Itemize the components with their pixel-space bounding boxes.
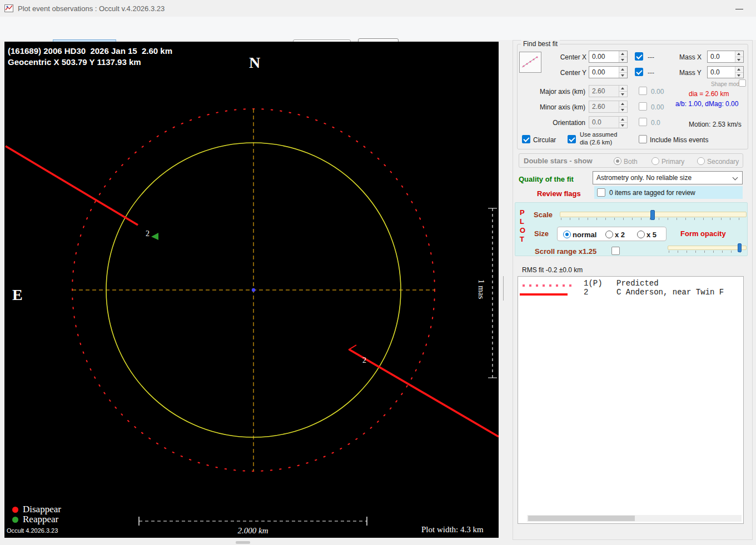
scale-slider[interactable] xyxy=(560,210,747,221)
shape-model-checkbox[interactable] xyxy=(739,79,746,87)
spinner-up-icon[interactable] xyxy=(619,67,627,73)
double-stars-group: Double stars - show Both Primary Seconda… xyxy=(519,153,743,168)
major-axis-value: 2.60 xyxy=(592,87,605,95)
plot-controls-panel: P L O T Scale Size normal x 2 x 5 Form o… xyxy=(515,202,748,256)
fit-chart-button[interactable] xyxy=(519,52,541,73)
mass-y-spinner[interactable]: 0.0 xyxy=(707,66,744,78)
scroll-range-label: Scroll range x1.25 xyxy=(535,247,596,256)
size-label: Size xyxy=(534,229,549,238)
orientation-fit-checkbox[interactable] xyxy=(639,118,647,126)
spinner-up-icon[interactable] xyxy=(619,101,627,107)
spinner-up-icon[interactable] xyxy=(619,117,627,123)
spinner-up-icon[interactable] xyxy=(735,51,743,57)
double-both-label: Both xyxy=(624,158,638,166)
orientation-spinner[interactable]: 0.0 xyxy=(589,116,628,128)
chord-row-observer[interactable]: 2C Anderson, near Twin F xyxy=(584,288,724,297)
review-flags-box: 0 items are tagged for review xyxy=(594,186,743,199)
minor-axis-spinner[interactable]: 2.60 xyxy=(589,101,628,113)
size-normal-label: normal xyxy=(573,231,596,239)
circular-checkbox[interactable] xyxy=(522,135,530,143)
use-assumed-line2: dia (2.6 km) xyxy=(580,139,612,146)
mass-x-value: 0.0 xyxy=(710,53,720,61)
scale-bar-label: 2.000 km xyxy=(225,526,281,536)
spinner-down-icon[interactable] xyxy=(619,57,627,63)
mas-scale-label: 1 mas xyxy=(476,279,486,299)
center-y-spinner[interactable]: 0.00 xyxy=(589,66,628,78)
major-axis-spinner[interactable]: 2.60 xyxy=(589,85,628,97)
ab-dmag-text: a/b: 1.00, dMag: 0.00 xyxy=(675,100,738,108)
include-miss-label: Include Miss events xyxy=(650,136,708,144)
size-x2-radio[interactable] xyxy=(605,231,613,238)
chord-2-segment-b xyxy=(349,349,499,437)
use-assumed-line1: Use assumed xyxy=(580,131,617,138)
observed-line-sample xyxy=(520,293,568,296)
size-x5-radio[interactable] xyxy=(637,231,645,238)
spinner-down-icon[interactable] xyxy=(735,57,743,63)
form-opacity-thumb[interactable] xyxy=(738,243,742,252)
chord-id: 2 xyxy=(584,288,616,297)
plot-area[interactable]: (161689) 2006 HD30 2026 Jan 15 2.60 km G… xyxy=(4,42,499,538)
scroll-range-checkbox[interactable] xyxy=(611,247,620,255)
include-miss-checkbox[interactable] xyxy=(639,135,647,143)
motion-text: Motion: 2.53 km/s xyxy=(689,121,742,128)
window-title: Plot event observations : Occult v.4.202… xyxy=(18,4,165,13)
center-x-spinner[interactable]: 0.00 xyxy=(589,51,628,63)
form-opacity-slider[interactable] xyxy=(668,243,747,253)
north-label: N xyxy=(249,54,260,72)
center-y-fit-checkbox[interactable] xyxy=(635,68,643,76)
plot-title-line1: (161689) 2006 HD30 2026 Jan 15 2.60 km xyxy=(8,46,172,56)
rms-fit-label: RMS fit -0.2 ±0.0 km xyxy=(522,266,583,274)
chord-list-hscrollbar[interactable] xyxy=(527,515,742,522)
spinner-down-icon[interactable] xyxy=(619,107,627,113)
spinner-down-icon[interactable] xyxy=(619,73,627,78)
spinner-up-icon[interactable] xyxy=(735,67,743,73)
quality-value: Astrometry only. No reliable size xyxy=(596,174,692,182)
center-x-fit-checkbox[interactable] xyxy=(635,52,643,61)
center-y-result: --- xyxy=(648,69,654,77)
double-both-radio[interactable] xyxy=(614,157,621,165)
quality-dropdown[interactable]: Astrometry only. No reliable size xyxy=(593,171,743,184)
minimize-button[interactable] xyxy=(728,0,750,17)
mass-x-label: Mass X xyxy=(679,53,702,61)
mass-y-value: 0.0 xyxy=(710,68,720,76)
spinner-down-icon[interactable] xyxy=(619,92,627,97)
quality-label: Quality of the fit xyxy=(519,175,574,183)
form-opacity-ticks xyxy=(669,251,745,253)
scale-label: Scale xyxy=(534,211,553,219)
chord-name: Predicted xyxy=(616,279,659,288)
disappear-dot-icon xyxy=(12,507,18,513)
review-flags-checkbox[interactable] xyxy=(597,188,605,197)
titlebar: Plot event observations : Occult v.4.202… xyxy=(0,0,756,17)
form-opacity-track xyxy=(668,246,747,250)
chord-list[interactable]: 1(P)Predicted 2C Anderson, near Twin F xyxy=(518,276,744,524)
mass-x-spinner[interactable]: 0.0 xyxy=(707,51,744,63)
scale-bar-end-ticks xyxy=(139,517,367,526)
double-secondary-radio[interactable] xyxy=(697,157,705,165)
orientation-value: 0.0 xyxy=(592,118,601,126)
plot-letter-o: O xyxy=(520,226,525,234)
major-axis-fit-checkbox[interactable] xyxy=(639,87,647,95)
size-normal-radio[interactable] xyxy=(563,231,571,238)
scale-slider-thumb[interactable] xyxy=(650,210,655,220)
spinner-down-icon[interactable] xyxy=(619,123,627,128)
chord-id: 1(P) xyxy=(584,279,616,288)
review-flags-text: 0 items are tagged for review xyxy=(609,189,695,197)
find-best-fit-label: Find best fit xyxy=(521,40,560,48)
spinner-up-icon[interactable] xyxy=(619,51,627,57)
plot-hscrollbar-thumb[interactable] xyxy=(236,541,250,544)
plot-letter-p: P xyxy=(520,208,525,217)
double-primary-radio[interactable] xyxy=(651,157,659,165)
hscrollbar-thumb[interactable] xyxy=(528,516,635,521)
chord-2-label-b: 2 xyxy=(362,356,366,365)
size-radio-group: normal x 2 x 5 xyxy=(557,227,667,241)
fit-chart-icon xyxy=(520,52,540,71)
predicted-line-sample xyxy=(523,284,574,287)
minor-axis-fit-checkbox[interactable] xyxy=(639,102,647,111)
spinner-down-icon[interactable] xyxy=(735,73,743,78)
control-panel: Find best fit Center X 0.00 --- Mass X 0… xyxy=(513,40,753,540)
chord-row-predicted[interactable]: 1(P)Predicted xyxy=(584,279,659,288)
chord-2-segment-a xyxy=(6,146,138,225)
splitter-line xyxy=(503,276,504,301)
use-assumed-dia-checkbox[interactable] xyxy=(568,135,576,143)
spinner-up-icon[interactable] xyxy=(619,86,627,92)
